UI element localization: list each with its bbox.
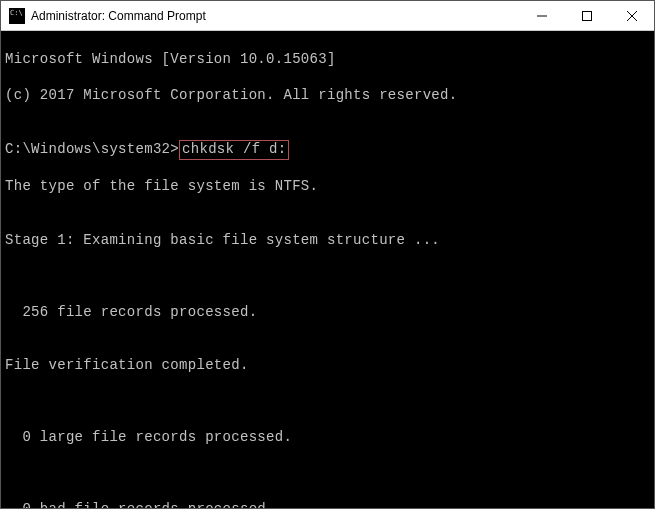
prompt-prefix: C:\Windows\system32> — [5, 141, 179, 157]
window-title: Administrator: Command Prompt — [31, 9, 519, 23]
output-line: (c) 2017 Microsoft Corporation. All righ… — [5, 87, 650, 105]
command-prompt-window: Administrator: Command Prompt Microsoft … — [0, 0, 655, 509]
window-controls — [519, 1, 654, 30]
titlebar[interactable]: Administrator: Command Prompt — [1, 1, 654, 31]
output-line: File verification completed. — [5, 357, 650, 375]
output-line: Stage 1: Examining basic file system str… — [5, 232, 650, 250]
svg-rect-1 — [582, 11, 591, 20]
command-highlight: chkdsk /f d: — [179, 140, 289, 160]
cmd-icon — [9, 8, 25, 24]
output-line: 256 file records processed. — [5, 304, 650, 322]
output-line: Microsoft Windows [Version 10.0.15063] — [5, 51, 650, 69]
output-line: 0 bad file records processed. — [5, 501, 650, 508]
close-button[interactable] — [609, 1, 654, 30]
prompt-line: C:\Windows\system32>chkdsk /f d: — [5, 140, 650, 160]
maximize-button[interactable] — [564, 1, 609, 30]
terminal-output[interactable]: Microsoft Windows [Version 10.0.15063] (… — [1, 31, 654, 508]
minimize-button[interactable] — [519, 1, 564, 30]
output-line: The type of the file system is NTFS. — [5, 178, 650, 196]
output-line: 0 large file records processed. — [5, 429, 650, 447]
